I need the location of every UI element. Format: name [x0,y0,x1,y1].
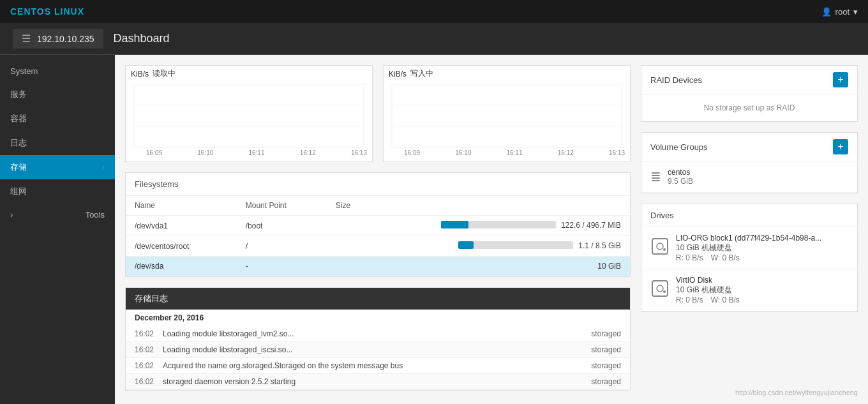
device-icon: ☰ [22,33,31,45]
right-panel: RAID Devices + No storage set up as RAID… [641,65,858,394]
drive-item[interactable]: LIO-ORG block1 (dd77f429-1b54-4b98-a... … [641,227,857,269]
read-x-labels: 16:09 16:10 16:11 16:12 16:13 [131,148,367,156]
device-selector[interactable]: ☰ 192.10.10.235 [13,29,103,49]
page-title: Dashboard [114,32,170,45]
vg-list: ≣ centos 9.5 GiB [641,161,857,193]
user-icon: 👤 [821,7,832,17]
tools-expand-icon: › [10,210,13,220]
filesystems-table: Name Mount Point Size /dev/vda1/boot122.… [126,196,630,276]
volume-groups-card: Volume Groups + ≣ centos 9.5 GiB [641,132,858,193]
sidebar-item-logs[interactable]: 日志 [0,131,115,155]
content-main: KiB/s 读取中 96 64 32 0 [125,65,631,394]
sidebar: System 服务 容器 日志 存储 › 组网 › Tools [0,55,115,404]
log-message: Acquired the name org.storaged.Storaged … [163,361,565,370]
progress-bar-bg [458,241,573,249]
log-time: 16:02 [135,329,158,338]
drive-icon-svg [650,279,670,298]
fs-table-header-row: Name Mount Point Size [126,196,630,216]
topbar: CENTOS LINUX 👤 root ▾ [0,0,868,23]
progress-bar-bg [441,221,556,228]
log-source: storaged [570,329,621,338]
fs-size: 10 GiB [327,257,630,276]
table-row[interactable]: /dev/sda-10 GiB [126,257,630,276]
device-ip: 192.10.10.235 [37,34,94,44]
col-mount: Mount Point [237,196,327,216]
vg-name: centos [668,168,693,177]
header: ☰ 192.10.10.235 Dashboard [0,23,868,55]
sidebar-item-services[interactable]: 服务 [0,82,115,107]
table-row[interactable]: /dev/vda1/boot122.6 / 496.7 MiB [126,216,630,236]
drive-read: R: 0 B/s [676,296,703,304]
raid-add-button[interactable]: + [833,72,848,87]
content-area: KiB/s 读取中 96 64 32 0 [115,55,868,404]
user-menu[interactable]: 👤 root ▾ [821,7,858,17]
col-name: Name [126,196,237,216]
user-dropdown-icon: ▾ [853,7,858,17]
svg-rect-0 [134,84,364,148]
sidebar-item-tools[interactable]: › Tools [0,204,115,226]
read-sublabel: 读取中 [153,68,176,79]
sidebar-item-storage[interactable]: 存储 › [0,155,115,179]
log-entry: 16:02Loading module libstoraged_iscsi.so… [126,342,630,358]
drive-icon-svg [650,237,670,256]
read-kib-label: KiB/s [131,70,149,79]
size-text: 122.6 / 496.7 MiB [561,221,621,230]
drive-stats: R: 0 B/s W: 0 B/s [676,296,740,304]
write-chart-area: 96 64 32 0 [384,82,630,161]
svg-rect-10 [652,239,668,254]
table-row[interactable]: /dev/centos/root/1.1 / 8.5 GiB [126,236,630,257]
read-chart-header: KiB/s 读取中 [126,66,372,82]
log-time: 16:02 [135,361,158,370]
drive-info: VirtIO Disk 10 GiB 机械硬盘 R: 0 B/s W: 0 B/… [676,276,740,304]
vg-card-header: Volume Groups + [641,133,857,161]
drive-info: LIO-ORG block1 (dd77f429-1b54-4b98-a... … [676,234,821,262]
log-entry: 16:02Acquired the name org.storaged.Stor… [126,358,630,374]
size-text: 1.1 / 8.5 GiB [578,241,621,250]
main-layout: System 服务 容器 日志 存储 › 组网 › Tools [0,55,868,404]
storage-expand-arrow: › [102,163,105,171]
read-chart-svg [131,84,367,148]
log-header: 存储日志 [126,288,630,310]
raid-title: RAID Devices [650,75,702,85]
svg-point-14 [657,285,663,292]
sidebar-item-networking[interactable]: 组网 [0,179,115,204]
drive-write: W: 0 B/s [711,253,740,262]
vg-size: 9.5 GiB [668,177,693,186]
log-time: 16:02 [135,345,158,354]
vg-add-button[interactable]: + [833,139,848,154]
svg-point-15 [663,290,666,293]
drive-item[interactable]: VirtIO Disk 10 GiB 机械硬盘 R: 0 B/s W: 0 B/… [641,269,857,311]
vg-icon: ≣ [650,169,661,184]
drives-card-header: Drives [641,204,857,227]
log-source: storaged [570,345,621,354]
svg-rect-5 [392,84,622,148]
log-message: Loading module libstoraged_iscsi.so... [163,345,565,354]
raid-card: RAID Devices + No storage set up as RAID [641,65,858,122]
fs-mount: - [237,257,327,276]
log-source: storaged [570,377,621,386]
vg-item[interactable]: ≣ centos 9.5 GiB [641,161,857,193]
drive-type: 10 GiB 机械硬盘 [676,243,821,253]
storage-log-section: 存储日志 December 20, 2016 16:02Loading modu… [125,287,631,391]
log-entries: 16:02Loading module libstoraged_lvm2.so.… [126,326,630,390]
drive-stats: R: 0 B/s W: 0 B/s [676,253,821,262]
write-kib-label: KiB/s [389,70,407,79]
drives-title: Drives [650,211,674,220]
log-message: Loading module libstoraged_lvm2.so... [163,329,565,338]
fs-name: /dev/sda [126,257,237,276]
filesystems-header: Filesystems [126,173,630,196]
watermark: http://blog.csdn.net/wylfengyujiancheng [735,389,858,396]
raid-card-header: RAID Devices + [641,66,857,94]
sidebar-item-containers[interactable]: 容器 [0,107,115,131]
charts-row: KiB/s 读取中 96 64 32 0 [125,65,631,162]
fs-mount: /boot [237,216,327,236]
log-entry: 16:02storaged daemon version 2.5.2 start… [126,374,630,390]
brand-label: CENTOS LINUX [10,6,84,17]
log-entry: 16:02Loading module libstoraged_lvm2.so.… [126,326,630,342]
drive-type: 10 GiB 机械硬盘 [676,285,740,296]
vg-info: centos 9.5 GiB [668,168,693,186]
svg-point-12 [663,248,666,251]
progress-bar-fill [458,241,473,249]
sidebar-item-system[interactable]: System [0,60,115,82]
read-chart-area: 96 64 32 0 [126,82,372,161]
